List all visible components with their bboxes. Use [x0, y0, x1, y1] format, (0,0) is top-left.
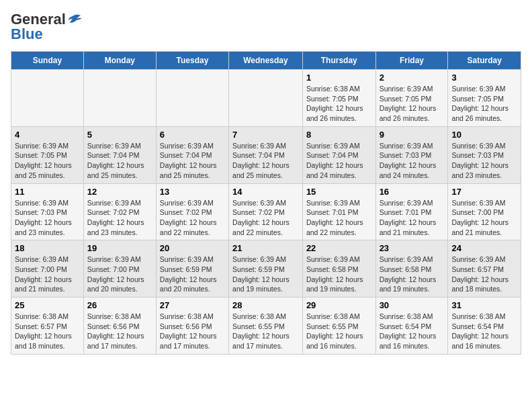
calendar-cell: 11Sunrise: 6:39 AM Sunset: 7:03 PM Dayli… — [11, 183, 84, 240]
day-number: 28 — [232, 300, 299, 310]
day-number: 25 — [15, 300, 80, 310]
calendar-cell: 31Sunrise: 6:38 AM Sunset: 6:54 PM Dayli… — [448, 298, 521, 355]
day-number: 16 — [380, 187, 445, 197]
calendar-header-sunday: Sunday — [11, 52, 84, 70]
day-number: 7 — [232, 130, 299, 140]
calendar-week-row: 11Sunrise: 6:39 AM Sunset: 7:03 PM Dayli… — [11, 183, 521, 240]
day-number: 26 — [87, 300, 152, 310]
calendar-cell: 16Sunrise: 6:39 AM Sunset: 7:01 PM Dayli… — [375, 183, 448, 240]
day-number: 30 — [380, 300, 445, 310]
calendar-cell: 15Sunrise: 6:39 AM Sunset: 7:01 PM Dayli… — [302, 183, 375, 240]
calendar-cell: 24Sunrise: 6:39 AM Sunset: 6:57 PM Dayli… — [448, 240, 521, 298]
day-info: Sunrise: 6:39 AM Sunset: 7:01 PM Dayligh… — [380, 198, 445, 238]
day-number: 27 — [160, 300, 225, 310]
calendar-header-thursday: Thursday — [302, 52, 375, 70]
day-info: Sunrise: 6:39 AM Sunset: 7:04 PM Dayligh… — [87, 141, 152, 181]
logo: General Blue — [11, 11, 82, 43]
calendar-cell: 30Sunrise: 6:38 AM Sunset: 6:54 PM Dayli… — [375, 298, 448, 355]
calendar-week-row: 1Sunrise: 6:38 AM Sunset: 7:05 PM Daylig… — [11, 70, 521, 127]
day-info: Sunrise: 6:39 AM Sunset: 7:04 PM Dayligh… — [160, 141, 225, 181]
calendar-cell: 18Sunrise: 6:39 AM Sunset: 7:00 PM Dayli… — [11, 240, 84, 298]
calendar-cell: 14Sunrise: 6:39 AM Sunset: 7:02 PM Dayli… — [229, 183, 303, 240]
day-info: Sunrise: 6:38 AM Sunset: 6:55 PM Dayligh… — [232, 312, 299, 351]
day-info: Sunrise: 6:39 AM Sunset: 7:01 PM Dayligh… — [306, 198, 372, 238]
day-info: Sunrise: 6:39 AM Sunset: 7:00 PM Dayligh… — [451, 198, 517, 238]
day-number: 18 — [15, 243, 80, 253]
day-info: Sunrise: 6:39 AM Sunset: 7:03 PM Dayligh… — [380, 141, 445, 181]
calendar-cell: 29Sunrise: 6:38 AM Sunset: 6:55 PM Dayli… — [302, 298, 375, 355]
calendar-cell: 21Sunrise: 6:39 AM Sunset: 6:59 PM Dayli… — [229, 240, 303, 298]
logo-bird-icon — [67, 13, 82, 26]
calendar-cell: 5Sunrise: 6:39 AM Sunset: 7:04 PM Daylig… — [83, 126, 156, 183]
calendar-week-row: 25Sunrise: 6:38 AM Sunset: 6:57 PM Dayli… — [11, 298, 521, 355]
day-info: Sunrise: 6:38 AM Sunset: 6:55 PM Dayligh… — [306, 312, 372, 351]
calendar-header-saturday: Saturday — [448, 52, 521, 70]
day-number: 10 — [451, 130, 517, 140]
day-number: 11 — [15, 187, 80, 197]
day-info: Sunrise: 6:39 AM Sunset: 7:02 PM Dayligh… — [160, 198, 225, 238]
calendar-cell: 19Sunrise: 6:39 AM Sunset: 7:00 PM Dayli… — [83, 240, 156, 298]
day-info: Sunrise: 6:39 AM Sunset: 6:58 PM Dayligh… — [306, 255, 372, 294]
day-number: 14 — [232, 187, 299, 197]
calendar-cell: 23Sunrise: 6:39 AM Sunset: 6:58 PM Dayli… — [375, 240, 448, 298]
day-number: 5 — [87, 130, 152, 140]
day-info: Sunrise: 6:38 AM Sunset: 6:54 PM Dayligh… — [451, 312, 517, 351]
day-number: 2 — [380, 73, 445, 83]
day-info: Sunrise: 6:39 AM Sunset: 7:02 PM Dayligh… — [232, 198, 299, 238]
day-info: Sunrise: 6:38 AM Sunset: 6:56 PM Dayligh… — [160, 312, 225, 351]
day-number: 22 — [306, 243, 372, 253]
day-number: 4 — [15, 130, 80, 140]
day-info: Sunrise: 6:39 AM Sunset: 7:03 PM Dayligh… — [451, 141, 517, 181]
day-number: 3 — [451, 73, 517, 83]
calendar-cell: 1Sunrise: 6:38 AM Sunset: 7:05 PM Daylig… — [302, 70, 375, 127]
day-number: 8 — [306, 130, 372, 140]
day-info: Sunrise: 6:39 AM Sunset: 7:00 PM Dayligh… — [15, 255, 80, 294]
day-info: Sunrise: 6:39 AM Sunset: 6:59 PM Dayligh… — [160, 255, 225, 294]
calendar-header-row: SundayMondayTuesdayWednesdayThursdayFrid… — [11, 52, 521, 70]
calendar-cell: 17Sunrise: 6:39 AM Sunset: 7:00 PM Dayli… — [448, 183, 521, 240]
day-number: 15 — [306, 187, 372, 197]
calendar-cell — [83, 70, 156, 127]
calendar-cell: 7Sunrise: 6:39 AM Sunset: 7:04 PM Daylig… — [229, 126, 303, 183]
day-info: Sunrise: 6:39 AM Sunset: 7:02 PM Dayligh… — [87, 198, 152, 238]
day-info: Sunrise: 6:38 AM Sunset: 7:05 PM Dayligh… — [306, 84, 372, 124]
logo-blue: Blue — [11, 26, 43, 43]
calendar-cell: 9Sunrise: 6:39 AM Sunset: 7:03 PM Daylig… — [375, 126, 448, 183]
calendar-header-monday: Monday — [83, 52, 156, 70]
calendar-cell: 27Sunrise: 6:38 AM Sunset: 6:56 PM Dayli… — [156, 298, 228, 355]
day-number: 23 — [380, 243, 445, 253]
day-info: Sunrise: 6:39 AM Sunset: 7:04 PM Dayligh… — [232, 141, 299, 181]
day-info: Sunrise: 6:39 AM Sunset: 6:59 PM Dayligh… — [232, 255, 299, 294]
day-number: 13 — [160, 187, 225, 197]
day-info: Sunrise: 6:39 AM Sunset: 7:03 PM Dayligh… — [15, 198, 80, 238]
calendar-week-row: 4Sunrise: 6:39 AM Sunset: 7:05 PM Daylig… — [11, 126, 521, 183]
calendar-cell: 4Sunrise: 6:39 AM Sunset: 7:05 PM Daylig… — [11, 126, 84, 183]
day-info: Sunrise: 6:39 AM Sunset: 7:04 PM Dayligh… — [306, 141, 372, 181]
day-number: 29 — [306, 300, 372, 310]
day-number: 1 — [306, 73, 372, 83]
calendar-cell: 13Sunrise: 6:39 AM Sunset: 7:02 PM Dayli… — [156, 183, 228, 240]
calendar-header-friday: Friday — [375, 52, 448, 70]
day-number: 20 — [160, 243, 225, 253]
calendar-cell: 12Sunrise: 6:39 AM Sunset: 7:02 PM Dayli… — [83, 183, 156, 240]
calendar-cell: 28Sunrise: 6:38 AM Sunset: 6:55 PM Dayli… — [229, 298, 303, 355]
day-number: 31 — [451, 300, 517, 310]
calendar-header-tuesday: Tuesday — [156, 52, 228, 70]
calendar-cell: 10Sunrise: 6:39 AM Sunset: 7:03 PM Dayli… — [448, 126, 521, 183]
calendar-header-wednesday: Wednesday — [229, 52, 303, 70]
calendar-cell: 26Sunrise: 6:38 AM Sunset: 6:56 PM Dayli… — [83, 298, 156, 355]
calendar-cell: 2Sunrise: 6:39 AM Sunset: 7:05 PM Daylig… — [375, 70, 448, 127]
calendar-cell — [156, 70, 228, 127]
calendar-cell — [229, 70, 303, 127]
day-number: 9 — [380, 130, 445, 140]
day-info: Sunrise: 6:38 AM Sunset: 6:56 PM Dayligh… — [87, 312, 152, 351]
day-info: Sunrise: 6:39 AM Sunset: 7:00 PM Dayligh… — [87, 255, 152, 294]
calendar-cell — [11, 70, 84, 127]
day-number: 24 — [451, 243, 517, 253]
day-info: Sunrise: 6:38 AM Sunset: 6:57 PM Dayligh… — [15, 312, 80, 351]
calendar-week-row: 18Sunrise: 6:39 AM Sunset: 7:00 PM Dayli… — [11, 240, 521, 298]
day-info: Sunrise: 6:39 AM Sunset: 7:05 PM Dayligh… — [380, 84, 445, 124]
day-info: Sunrise: 6:38 AM Sunset: 6:54 PM Dayligh… — [380, 312, 445, 351]
day-number: 17 — [451, 187, 517, 197]
calendar-cell: 20Sunrise: 6:39 AM Sunset: 6:59 PM Dayli… — [156, 240, 228, 298]
